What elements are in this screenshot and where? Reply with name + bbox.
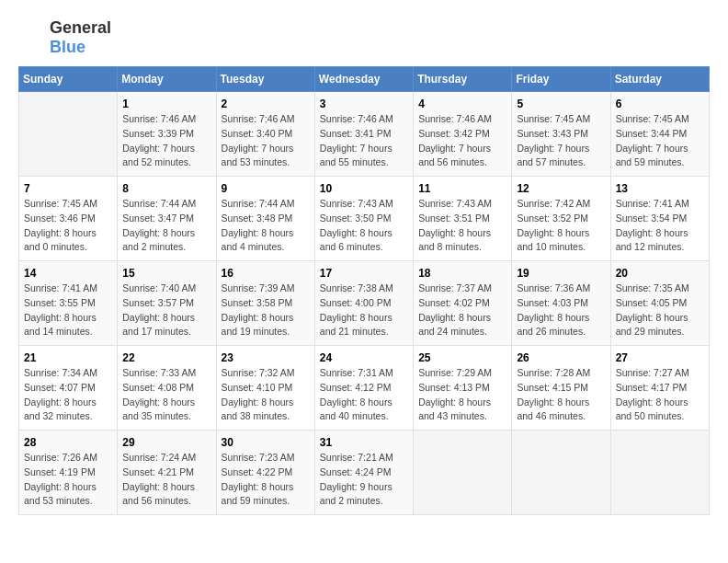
calendar-week-row: 14Sunrise: 7:41 AMSunset: 3:55 PMDayligh…: [19, 261, 710, 346]
day-info: Sunrise: 7:43 AMSunset: 3:50 PMDaylight:…: [320, 197, 408, 255]
day-info: Sunrise: 7:33 AMSunset: 4:08 PMDaylight:…: [122, 366, 210, 424]
weekday-header: Saturday: [610, 67, 709, 92]
day-info: Sunrise: 7:45 AMSunset: 3:46 PMDaylight:…: [24, 197, 112, 255]
day-number: 20: [616, 267, 704, 280]
day-number: 12: [517, 182, 605, 195]
calendar-cell: 1Sunrise: 7:46 AMSunset: 3:39 PMDaylight…: [118, 92, 216, 177]
day-info: Sunrise: 7:32 AMSunset: 4:10 PMDaylight:…: [222, 366, 310, 424]
calendar-table: SundayMondayTuesdayWednesdayThursdayFrid…: [18, 66, 710, 515]
day-number: 31: [320, 436, 408, 449]
day-number: 11: [418, 182, 506, 195]
day-info: Sunrise: 7:46 AMSunset: 3:42 PMDaylight:…: [418, 112, 506, 170]
weekday-header: Tuesday: [216, 67, 314, 92]
day-number: 16: [222, 267, 310, 280]
weekday-header: Friday: [512, 67, 610, 92]
calendar-cell: 4Sunrise: 7:46 AMSunset: 3:42 PMDaylight…: [414, 92, 512, 177]
day-number: 29: [122, 436, 210, 449]
day-number: 22: [122, 351, 210, 364]
day-number: 6: [616, 98, 704, 110]
day-info: Sunrise: 7:24 AMSunset: 4:21 PMDaylight:…: [122, 451, 210, 509]
day-info: Sunrise: 7:23 AMSunset: 4:22 PMDaylight:…: [222, 451, 310, 509]
calendar-cell: 28Sunrise: 7:26 AMSunset: 4:19 PMDayligh…: [19, 431, 118, 515]
calendar-cell: 6Sunrise: 7:45 AMSunset: 3:44 PMDaylight…: [610, 92, 709, 177]
day-info: Sunrise: 7:26 AMSunset: 4:19 PMDaylight:…: [24, 451, 112, 509]
day-number: 2: [222, 98, 310, 110]
day-info: Sunrise: 7:38 AMSunset: 4:00 PMDaylight:…: [320, 282, 408, 339]
calendar-cell: 26Sunrise: 7:28 AMSunset: 4:15 PMDayligh…: [512, 346, 610, 431]
calendar-cell: 31Sunrise: 7:21 AMSunset: 4:24 PMDayligh…: [314, 431, 413, 515]
day-info: Sunrise: 7:46 AMSunset: 3:41 PMDaylight:…: [320, 112, 408, 170]
weekday-header: Sunday: [19, 67, 118, 92]
calendar-cell: 29Sunrise: 7:24 AMSunset: 4:21 PMDayligh…: [118, 431, 216, 515]
day-number: 9: [222, 182, 310, 195]
day-info: Sunrise: 7:35 AMSunset: 4:05 PMDaylight:…: [616, 282, 704, 339]
day-number: 28: [24, 436, 112, 449]
calendar-cell: 13Sunrise: 7:41 AMSunset: 3:54 PMDayligh…: [610, 177, 709, 261]
weekday-header: Thursday: [414, 67, 512, 92]
calendar-cell: 15Sunrise: 7:40 AMSunset: 3:57 PMDayligh…: [118, 261, 216, 346]
calendar-cell: 16Sunrise: 7:39 AMSunset: 3:58 PMDayligh…: [216, 261, 314, 346]
day-info: Sunrise: 7:29 AMSunset: 4:13 PMDaylight:…: [418, 366, 506, 424]
day-number: 26: [517, 351, 605, 364]
day-number: 7: [24, 182, 112, 195]
day-info: Sunrise: 7:42 AMSunset: 3:52 PMDaylight:…: [517, 197, 605, 255]
day-info: Sunrise: 7:31 AMSunset: 4:12 PMDaylight:…: [320, 366, 408, 424]
calendar-cell: [414, 431, 512, 515]
calendar-cell: 12Sunrise: 7:42 AMSunset: 3:52 PMDayligh…: [512, 177, 610, 261]
calendar-cell: 10Sunrise: 7:43 AMSunset: 3:50 PMDayligh…: [314, 177, 413, 261]
calendar-cell: 25Sunrise: 7:29 AMSunset: 4:13 PMDayligh…: [414, 346, 512, 431]
calendar-cell: 24Sunrise: 7:31 AMSunset: 4:12 PMDayligh…: [314, 346, 413, 431]
calendar-cell: 7Sunrise: 7:45 AMSunset: 3:46 PMDaylight…: [19, 177, 118, 261]
calendar-week-row: 7Sunrise: 7:45 AMSunset: 3:46 PMDaylight…: [19, 177, 710, 261]
calendar-cell: [19, 92, 118, 177]
calendar-cell: 18Sunrise: 7:37 AMSunset: 4:02 PMDayligh…: [414, 261, 512, 346]
day-number: 1: [122, 98, 210, 110]
day-info: Sunrise: 7:36 AMSunset: 4:03 PMDaylight:…: [517, 282, 605, 339]
day-number: 19: [517, 267, 605, 280]
day-number: 13: [616, 182, 704, 195]
calendar-cell: 22Sunrise: 7:33 AMSunset: 4:08 PMDayligh…: [118, 346, 216, 431]
day-number: 5: [517, 98, 605, 110]
calendar-cell: 21Sunrise: 7:34 AMSunset: 4:07 PMDayligh…: [19, 346, 118, 431]
day-number: 3: [320, 98, 408, 110]
calendar-week-row: 28Sunrise: 7:26 AMSunset: 4:19 PMDayligh…: [19, 431, 710, 515]
day-number: 21: [24, 351, 112, 364]
day-info: Sunrise: 7:37 AMSunset: 4:02 PMDaylight:…: [418, 282, 506, 339]
day-info: Sunrise: 7:44 AMSunset: 3:48 PMDaylight:…: [222, 197, 310, 255]
day-info: Sunrise: 7:28 AMSunset: 4:15 PMDaylight:…: [517, 366, 605, 424]
calendar-cell: [610, 431, 709, 515]
day-info: Sunrise: 7:39 AMSunset: 3:58 PMDaylight:…: [222, 282, 310, 339]
day-info: Sunrise: 7:45 AMSunset: 3:43 PMDaylight:…: [517, 112, 605, 170]
day-number: 8: [122, 182, 210, 195]
logo-text: General Blue: [50, 18, 111, 57]
day-number: 24: [320, 351, 408, 364]
day-info: Sunrise: 7:46 AMSunset: 3:40 PMDaylight:…: [222, 112, 310, 170]
day-info: Sunrise: 7:41 AMSunset: 3:55 PMDaylight:…: [24, 282, 112, 339]
calendar-cell: 9Sunrise: 7:44 AMSunset: 3:48 PMDaylight…: [216, 177, 314, 261]
logo: General Blue: [18, 18, 111, 57]
calendar-week-row: 21Sunrise: 7:34 AMSunset: 4:07 PMDayligh…: [19, 346, 710, 431]
day-info: Sunrise: 7:27 AMSunset: 4:17 PMDaylight:…: [616, 366, 704, 424]
day-number: 14: [24, 267, 112, 280]
day-number: 10: [320, 182, 408, 195]
calendar-cell: 8Sunrise: 7:44 AMSunset: 3:47 PMDaylight…: [118, 177, 216, 261]
day-info: Sunrise: 7:34 AMSunset: 4:07 PMDaylight:…: [24, 366, 112, 424]
day-info: Sunrise: 7:21 AMSunset: 4:24 PMDaylight:…: [320, 451, 408, 509]
calendar-cell: 17Sunrise: 7:38 AMSunset: 4:00 PMDayligh…: [314, 261, 413, 346]
day-number: 27: [616, 351, 704, 364]
day-info: Sunrise: 7:44 AMSunset: 3:47 PMDaylight:…: [122, 197, 210, 255]
day-number: 4: [418, 98, 506, 110]
calendar-cell: 30Sunrise: 7:23 AMSunset: 4:22 PMDayligh…: [216, 431, 314, 515]
calendar-cell: [512, 431, 610, 515]
day-info: Sunrise: 7:46 AMSunset: 3:39 PMDaylight:…: [122, 112, 210, 170]
day-number: 25: [418, 351, 506, 364]
day-info: Sunrise: 7:45 AMSunset: 3:44 PMDaylight:…: [616, 112, 704, 170]
day-number: 17: [320, 267, 408, 280]
day-info: Sunrise: 7:43 AMSunset: 3:51 PMDaylight:…: [418, 197, 506, 255]
day-number: 30: [222, 436, 310, 449]
calendar-cell: 19Sunrise: 7:36 AMSunset: 4:03 PMDayligh…: [512, 261, 610, 346]
weekday-header: Monday: [118, 67, 216, 92]
calendar-cell: 2Sunrise: 7:46 AMSunset: 3:40 PMDaylight…: [216, 92, 314, 177]
calendar-cell: 27Sunrise: 7:27 AMSunset: 4:17 PMDayligh…: [610, 346, 709, 431]
day-number: 18: [418, 267, 506, 280]
